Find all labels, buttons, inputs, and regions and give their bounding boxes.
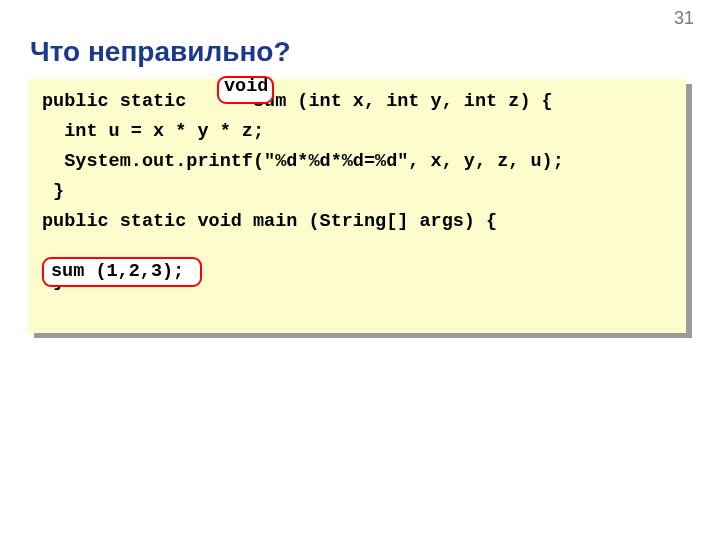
code-block: public static sum (int x, int y, int z) … bbox=[28, 79, 686, 333]
code-line-2: int u = x * y * z; bbox=[42, 121, 264, 142]
page-number: 31 bbox=[674, 8, 694, 29]
highlight-sum-call: sum (1,2,3); bbox=[42, 257, 202, 287]
slide-title: Что неправильно? bbox=[30, 36, 291, 68]
code-line-5: public static void main (String[] args) … bbox=[42, 211, 497, 232]
highlight-void-keyword: void bbox=[217, 76, 274, 104]
code-line-3: System.out.printf("%d*%d*%d=%d", x, y, z… bbox=[42, 151, 564, 172]
code-line-4: } bbox=[42, 181, 64, 202]
code-line-1: public static sum (int x, int y, int z) … bbox=[42, 91, 553, 112]
